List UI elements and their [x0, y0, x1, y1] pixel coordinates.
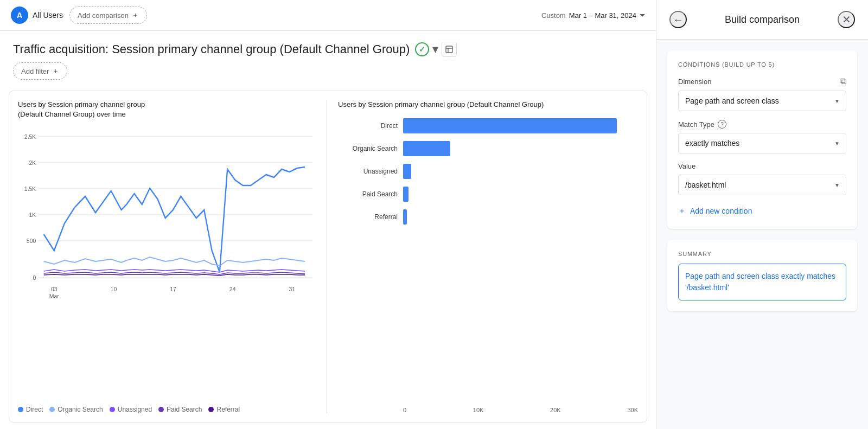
dimension-label: Dimension ⧉ — [678, 76, 846, 86]
legend-dot-paid — [158, 407, 164, 412]
page-title-text: Traffic acquisition: Session primary cha… — [13, 42, 410, 56]
bar-chart-title: Users by Session primary channel group (… — [338, 100, 638, 110]
copy-icon[interactable]: ⧉ — [840, 76, 846, 86]
x-tick-30k: 30K — [627, 407, 638, 413]
top-bar-right: Custom Mar 1 – Mar 31, 2024 — [541, 11, 645, 20]
value-select[interactable]: /basket.html — [678, 175, 846, 195]
bar-label-paid: Paid Search — [338, 190, 398, 198]
summary-label: SUMMARY — [678, 251, 846, 257]
charts-area: Users by Session primary channel group (… — [0, 84, 656, 429]
user-badge: A All Users — [11, 7, 63, 24]
svg-rect-0 — [446, 46, 452, 53]
build-comparison-panel: ← Build comparison ✕ CONDITIONS (BUILD U… — [656, 0, 868, 429]
svg-text:10: 10 — [111, 286, 117, 292]
user-avatar: A — [11, 7, 28, 24]
summary-section: SUMMARY Page path and screen class exact… — [667, 240, 857, 311]
svg-text:17: 17 — [170, 286, 176, 292]
bar-fill-organic — [403, 141, 450, 156]
legend-label-unassigned: Unassigned — [118, 406, 152, 413]
left-panel: A All Users Add comparison ＋ Custom Mar … — [0, 0, 656, 429]
bar-track-direct — [403, 118, 638, 133]
add-condition-button[interactable]: ＋ Add new condition — [678, 204, 752, 218]
add-filter-button[interactable]: Add filter ＋ — [13, 62, 67, 80]
x-tick-0: 0 — [403, 407, 406, 413]
plus-icon: ＋ — [52, 66, 59, 76]
bar-track-referral — [403, 209, 638, 225]
match-type-select[interactable]: exactly matches — [678, 133, 846, 153]
panel-header: ← Build comparison ✕ — [656, 0, 868, 40]
bar-x-axis: 0 10K 20K 30K — [338, 407, 638, 413]
match-type-select-wrapper: exactly matches — [678, 133, 846, 153]
top-bar: A All Users Add comparison ＋ Custom Mar … — [0, 0, 656, 31]
dimension-select-wrapper: Page path and screen class — [678, 91, 846, 111]
chevron-down-icon — [640, 14, 645, 17]
line-chart-title: Users by Session primary channel group (… — [18, 100, 170, 119]
export-icon[interactable] — [442, 42, 457, 57]
bar-track-paid — [403, 187, 638, 202]
legend-label-organic: Organic Search — [58, 406, 103, 413]
legend-dot-direct — [18, 407, 23, 412]
svg-text:03: 03 — [51, 286, 58, 292]
conditions-section: CONDITIONS (BUILD UP TO 5) Dimension ⧉ P… — [667, 50, 857, 229]
value-field-group: Value /basket.html — [678, 162, 846, 195]
user-label: All Users — [33, 11, 63, 20]
bar-row-referral: Referral — [338, 209, 638, 225]
svg-text:2K: 2K — [29, 159, 37, 166]
bar-row-direct: Direct — [338, 118, 638, 133]
svg-text:1.5K: 1.5K — [24, 185, 36, 192]
svg-text:0: 0 — [33, 274, 36, 281]
bar-row-organic: Organic Search — [338, 141, 638, 156]
date-prefix: Custom — [541, 11, 566, 20]
match-type-label: Match Type ? — [678, 120, 846, 129]
svg-text:500: 500 — [27, 238, 36, 244]
x-tick-20k: 20K — [550, 407, 561, 413]
bar-label-referral: Referral — [338, 213, 398, 221]
value-label: Value — [678, 162, 846, 170]
close-button[interactable]: ✕ — [838, 11, 855, 28]
svg-text:24: 24 — [229, 286, 236, 292]
legend-unassigned: Unassigned — [110, 406, 152, 413]
bar-row-unassigned: Unassigned — [338, 164, 638, 179]
legend-organic: Organic Search — [49, 406, 103, 413]
match-type-field-group: Match Type ? exactly matches — [678, 120, 846, 153]
value-select-wrapper: /basket.html — [678, 175, 846, 195]
bar-label-unassigned: Unassigned — [338, 168, 398, 175]
legend-dot-referral — [208, 407, 214, 412]
bar-row-paid: Paid Search — [338, 187, 638, 202]
bar-fill-paid — [403, 187, 409, 202]
line-chart-svg: 2.5K 2K 1.5K 1K 500 0 — [18, 126, 318, 310]
date-range-selector[interactable]: Custom Mar 1 – Mar 31, 2024 — [541, 11, 645, 20]
svg-text:1K: 1K — [29, 212, 37, 218]
add-filter-label: Add filter — [21, 67, 49, 75]
legend-label-direct: Direct — [26, 406, 43, 413]
help-icon[interactable]: ? — [718, 120, 726, 129]
svg-text:Mar: Mar — [49, 293, 59, 299]
legend-direct: Direct — [18, 406, 43, 413]
chart-legend: Direct Organic Search Unassigned Paid Se… — [18, 406, 318, 413]
page-title-area: Traffic acquisition: Session primary cha… — [0, 31, 656, 84]
line-chart-section: Users by Session primary channel group (… — [18, 100, 318, 413]
check-badge: ✓ — [415, 42, 429, 56]
dimension-select[interactable]: Page path and screen class — [678, 91, 846, 111]
dimension-field-group: Dimension ⧉ Page path and screen class — [678, 76, 846, 111]
add-condition-label: Add new condition — [690, 207, 752, 215]
bar-track-unassigned — [403, 164, 638, 179]
bar-label-direct: Direct — [338, 122, 398, 130]
date-value: Mar 1 – Mar 31, 2024 — [569, 11, 636, 20]
legend-dot-organic — [49, 407, 55, 412]
panel-body: CONDITIONS (BUILD UP TO 5) Dimension ⧉ P… — [656, 40, 868, 429]
page-heading: Traffic acquisition: Session primary cha… — [13, 42, 643, 57]
legend-dot-unassigned — [110, 407, 115, 412]
bar-fill-referral — [403, 209, 407, 225]
legend-label-paid: Paid Search — [167, 406, 202, 413]
x-tick-10k: 10K — [473, 407, 484, 413]
add-comparison-button[interactable]: Add comparison ＋ — [69, 7, 147, 24]
bar-fill-unassigned — [403, 164, 411, 179]
title-dropdown-icon[interactable]: ▾ — [432, 42, 438, 56]
line-chart-wrapper: 2.5K 2K 1.5K 1K 500 0 — [18, 126, 318, 400]
legend-referral: Referral — [208, 406, 240, 413]
back-button[interactable]: ← — [669, 11, 687, 28]
bar-chart-section: Users by Session primary channel group (… — [327, 100, 638, 413]
bar-chart-wrapper: Direct Organic Search Unassi — [338, 118, 638, 405]
chart-container: Users by Session primary channel group (… — [9, 91, 647, 422]
